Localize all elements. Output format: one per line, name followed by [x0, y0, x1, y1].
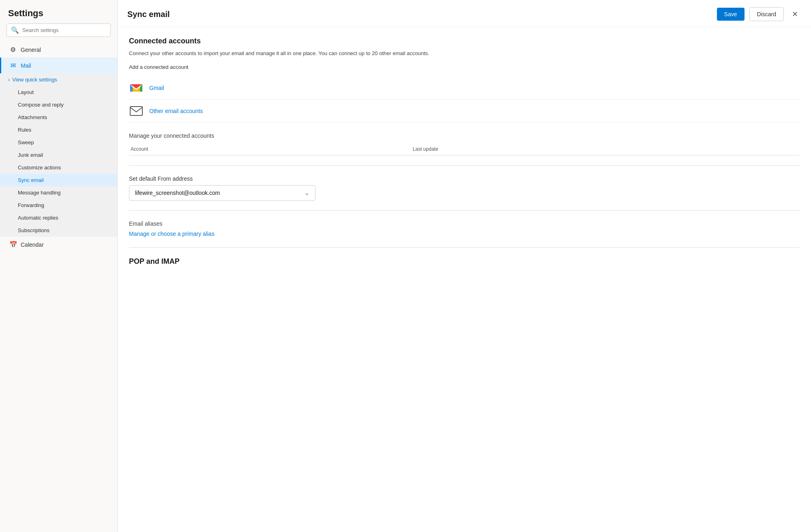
quick-settings-link[interactable]: ‹ View quick settings — [0, 73, 117, 86]
sweep-label: Sweep — [18, 139, 34, 145]
settings-panel: Settings 🔍 ⚙ General ✉ Mail ‹ View quick… — [0, 0, 118, 532]
pop-imap-section: POP and IMAP — [129, 257, 800, 266]
gmail-option[interactable]: Gmail — [129, 77, 800, 100]
dialog-title: Sync email — [127, 10, 712, 19]
subnav-rules[interactable]: Rules — [0, 124, 117, 136]
other-email-icon — [129, 104, 144, 118]
subnav-sync[interactable]: Sync email — [0, 174, 117, 186]
auto-label: Automatic replies — [18, 215, 58, 221]
default-from-section: Set default From address lifewire_screen… — [129, 175, 800, 201]
gmail-label: Gmail — [149, 85, 164, 91]
discard-button[interactable]: Discard — [749, 7, 784, 21]
settings-title: Settings — [0, 0, 117, 24]
subnav-sweep[interactable]: Sweep — [0, 136, 117, 149]
connected-accounts-title: Connected accounts — [129, 37, 800, 45]
save-button[interactable]: Save — [717, 8, 744, 21]
other-email-label: Other email accounts — [149, 108, 203, 114]
dialog-body: Connected accounts Connect your other ac… — [118, 27, 811, 532]
col-account-header: Account — [129, 143, 411, 156]
subnav-junk[interactable]: Junk email — [0, 149, 117, 161]
calendar-nav-icon: 📅 — [9, 241, 17, 248]
manage-accounts-section: Manage your connected accounts Account L… — [129, 132, 800, 156]
settings-nav-mail-label: Mail — [21, 62, 31, 69]
general-icon: ⚙ — [9, 46, 17, 53]
subnav-auto[interactable]: Automatic replies — [0, 212, 117, 224]
manage-accounts-title: Manage your connected accounts — [129, 132, 800, 139]
settings-nav-general-label: General — [21, 47, 41, 53]
settings-nav-mail[interactable]: ✉ Mail — [0, 58, 117, 73]
mail-nav-icon: ✉ — [9, 62, 17, 69]
from-address-dropdown[interactable]: lifewire_screenshot@outlook.com ⌄ — [129, 185, 315, 201]
quick-settings-label: View quick settings — [12, 77, 57, 83]
manage-alias-link[interactable]: Manage or choose a primary alias — [129, 231, 215, 237]
layout-label: Layout — [18, 89, 34, 95]
subnav-message[interactable]: Message handling — [0, 186, 117, 199]
settings-search-box[interactable]: 🔍 — [6, 24, 111, 37]
connected-accounts-section: Connected accounts Connect your other ac… — [129, 37, 800, 123]
svg-rect-1 — [130, 107, 142, 115]
gmail-icon — [129, 81, 144, 95]
customize-label: Customize actions — [18, 165, 61, 171]
default-from-label: Set default From address — [129, 175, 800, 182]
section-divider-2 — [129, 210, 800, 211]
sync-label: Sync email — [18, 177, 44, 183]
accounts-table: Account Last update — [129, 143, 800, 156]
pop-imap-title: POP and IMAP — [129, 257, 800, 266]
section-divider-3 — [129, 247, 800, 248]
settings-nav-general[interactable]: ⚙ General — [0, 42, 117, 58]
email-aliases-title: Email aliases — [129, 220, 800, 227]
subscriptions-label: Subscriptions — [18, 227, 49, 233]
other-email-option[interactable]: Other email accounts — [129, 100, 800, 123]
dropdown-arrow-icon: ⌄ — [305, 190, 309, 196]
add-connected-account-label: Add a connected account — [129, 64, 800, 70]
junk-label: Junk email — [18, 152, 43, 158]
settings-nav: ⚙ General ✉ Mail ‹ View quick settings L… — [0, 42, 117, 532]
settings-nav-calendar[interactable]: 📅 Calendar — [0, 237, 117, 252]
col-last-update-header: Last update — [411, 143, 800, 156]
sync-email-dialog: Sync email Save Discard ✕ Connected acco… — [118, 0, 811, 532]
forwarding-label: Forwarding — [18, 202, 44, 208]
subnav-subscriptions[interactable]: Subscriptions — [0, 224, 117, 237]
email-aliases-section: Email aliases Manage or choose a primary… — [129, 220, 800, 237]
rules-label: Rules — [18, 127, 31, 133]
settings-search-icon: 🔍 — [11, 26, 19, 34]
subnav-forwarding[interactable]: Forwarding — [0, 199, 117, 212]
compose-label: Compose and reply — [18, 102, 64, 108]
section-divider-1 — [129, 165, 800, 166]
settings-search-input[interactable] — [22, 27, 106, 33]
connected-accounts-desc: Connect your other accounts to import yo… — [129, 49, 800, 58]
subnav-attachments[interactable]: Attachments — [0, 111, 117, 124]
attachments-label: Attachments — [18, 114, 47, 120]
mail-subnav: ‹ View quick settings Layout Compose and… — [0, 73, 117, 237]
subnav-layout[interactable]: Layout — [0, 86, 117, 98]
subnav-customize[interactable]: Customize actions — [0, 161, 117, 174]
close-button[interactable]: ✕ — [789, 8, 801, 20]
from-address-value: lifewire_screenshot@outlook.com — [135, 190, 220, 196]
message-label: Message handling — [18, 190, 61, 196]
back-arrow-icon: ‹ — [8, 77, 10, 83]
subnav-compose[interactable]: Compose and reply — [0, 98, 117, 111]
settings-nav-calendar-label: Calendar — [21, 241, 44, 248]
dialog-header: Sync email Save Discard ✕ — [118, 0, 811, 27]
